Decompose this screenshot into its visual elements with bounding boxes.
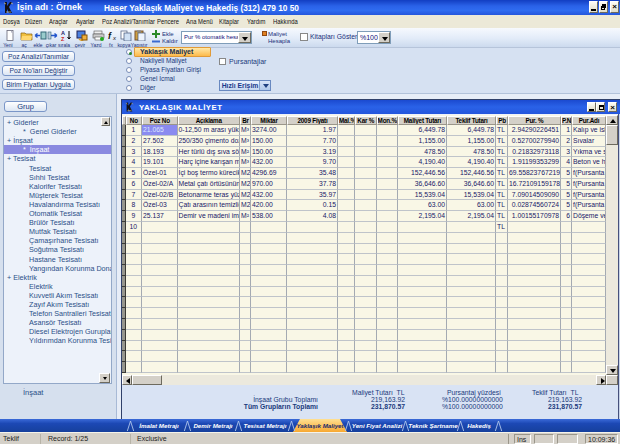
svg-text:x: x [112, 35, 117, 41]
svg-text:Z: Z [61, 36, 65, 42]
svg-text:f: f [108, 31, 112, 41]
